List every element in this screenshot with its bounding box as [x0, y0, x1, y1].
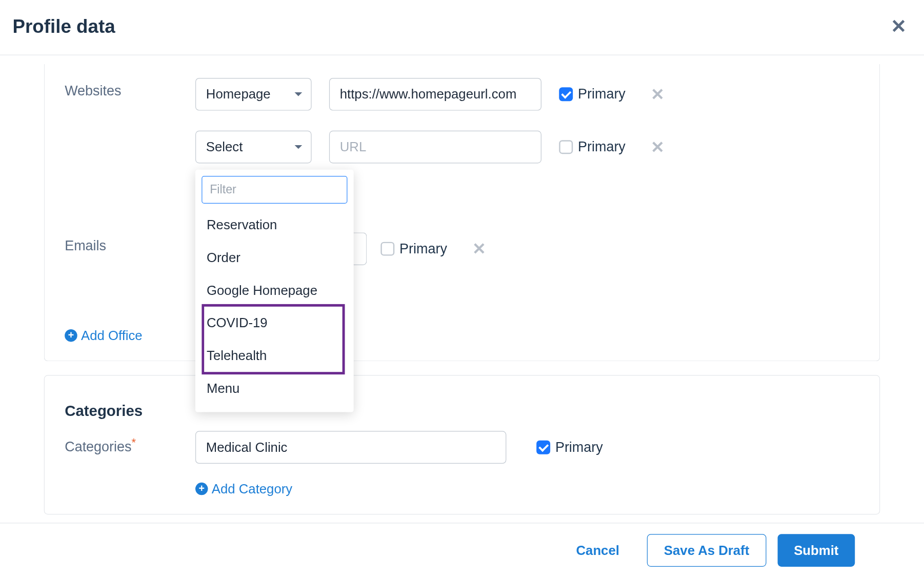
checkbox-icon[interactable] — [536, 441, 550, 454]
chevron-down-icon — [295, 145, 303, 149]
chevron-down-icon — [295, 92, 303, 96]
websites-label: Websites — [65, 78, 178, 100]
cancel-button[interactable]: Cancel — [560, 534, 636, 567]
dropdown-option[interactable]: COVID-19 — [195, 307, 354, 340]
add-category-row: + Add Category — [65, 481, 859, 496]
plus-icon: + — [65, 329, 77, 342]
submit-button[interactable]: Submit — [777, 534, 855, 567]
plus-icon: + — [195, 483, 208, 495]
dropdown-option[interactable]: Order — [195, 241, 354, 274]
checkbox-icon[interactable] — [559, 87, 573, 101]
primary-checkbox-wrap[interactable]: Primary — [380, 241, 447, 257]
website-row: Select Reservation Order Google Homepage… — [65, 131, 859, 164]
content-area: Websites Homepage Primary ✕ Select — [0, 64, 924, 514]
emails-label: Emails — [65, 232, 178, 254]
select-value: Homepage — [206, 87, 271, 102]
remove-icon[interactable]: ✕ — [651, 85, 665, 104]
categories-field-text: Categories — [65, 439, 131, 454]
website-row: Websites Homepage Primary ✕ — [65, 78, 859, 111]
email-row: Emails Primary ✕ — [65, 232, 859, 265]
card-categories: Categories Categories* Primary + Add Cat… — [44, 375, 880, 514]
primary-label: Primary — [399, 241, 447, 257]
dropdown-option[interactable]: Menu — [195, 372, 354, 405]
card-contact: Websites Homepage Primary ✕ Select — [44, 64, 880, 361]
spacer — [65, 481, 178, 486]
save-draft-button[interactable]: Save As Draft — [647, 534, 767, 567]
website-type-dropdown: Reservation Order Google Homepage COVID-… — [195, 170, 354, 412]
primary-label: Primary — [555, 439, 603, 455]
footer-bar: Cancel Save As Draft Submit — [0, 523, 924, 577]
checkbox-icon[interactable] — [380, 242, 394, 256]
primary-checkbox-wrap[interactable]: Primary — [559, 86, 626, 103]
remove-icon[interactable]: ✕ — [651, 137, 665, 157]
page-title: Profile data — [13, 15, 115, 37]
page-header: Profile data ✕ — [0, 0, 924, 55]
website-type-select[interactable]: Select — [195, 131, 312, 164]
primary-label: Primary — [578, 139, 626, 155]
dropdown-option[interactable]: Telehealth — [195, 340, 354, 372]
website-url-input[interactable] — [329, 131, 541, 164]
checkbox-icon[interactable] — [559, 140, 573, 154]
category-row: Categories* Primary — [65, 431, 859, 464]
websites-label-spacer — [65, 131, 178, 136]
dropdown-option[interactable]: Google Homepage — [195, 274, 354, 307]
required-star-icon: * — [132, 436, 136, 449]
website-type-select-wrap: Select Reservation Order Google Homepage… — [195, 131, 312, 164]
dropdown-option[interactable]: Reservation — [195, 209, 354, 242]
website-type-select[interactable]: Homepage — [195, 78, 312, 111]
primary-checkbox-wrap[interactable]: Primary — [536, 439, 603, 455]
remove-icon[interactable]: ✕ — [472, 239, 486, 258]
primary-label: Primary — [578, 86, 626, 103]
close-icon[interactable]: ✕ — [886, 13, 911, 40]
categories-section-label: Categories — [65, 397, 178, 420]
categories-section-row: Categories — [65, 397, 859, 420]
add-category-label: Add Category — [212, 481, 292, 496]
add-office-label: Add Office — [81, 328, 143, 343]
add-office-row: + Add Office — [65, 328, 859, 343]
dropdown-filter-input[interactable] — [202, 176, 347, 204]
add-category-button[interactable]: + Add Category — [195, 481, 292, 496]
categories-field-label: Categories* — [65, 431, 178, 455]
category-input[interactable] — [195, 431, 506, 464]
select-value: Select — [206, 140, 243, 154]
add-office-button[interactable]: + Add Office — [65, 328, 142, 343]
primary-checkbox-wrap[interactable]: Primary — [559, 139, 626, 155]
website-url-input[interactable] — [329, 78, 541, 111]
